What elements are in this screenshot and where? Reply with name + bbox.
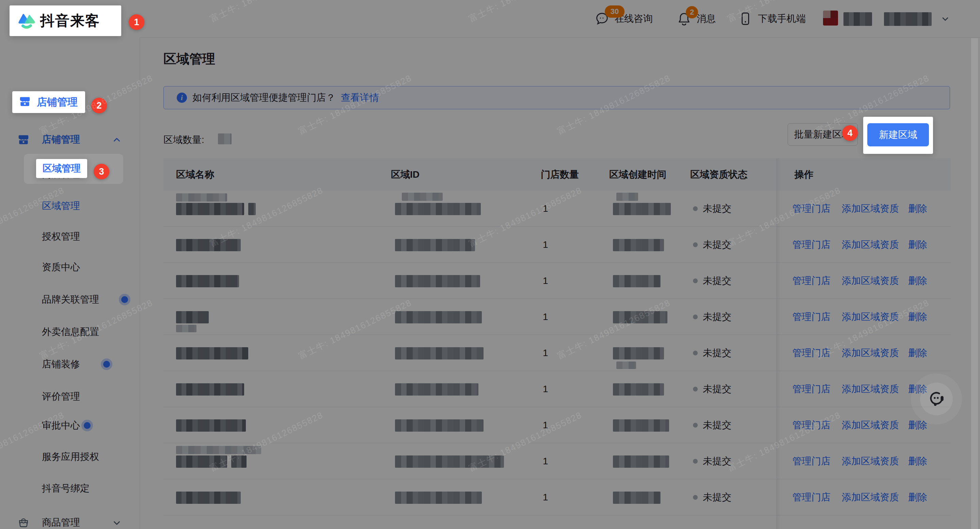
customer-service-button[interactable] [920, 383, 953, 415]
step-badge-3: 3 [94, 164, 109, 180]
create-region-button[interactable]: 新建区域 [867, 123, 929, 146]
shop-icon [18, 95, 31, 109]
step-badge-2: 2 [91, 98, 107, 113]
headset-smiley-icon [927, 389, 946, 409]
spotlight-region-management[interactable]: 区域管理 [36, 159, 87, 178]
app-logo-text: 抖音来客 [40, 11, 100, 30]
spotlight-shop-management-label: 店铺管理 [37, 95, 78, 109]
tutorial-dim-overlay [0, 0, 980, 529]
spotlight-shop-management[interactable]: 店铺管理 [12, 91, 85, 113]
spotlight-logo: 抖音来客 [10, 5, 121, 36]
spotlight-region-management-label: 区域管理 [43, 162, 81, 175]
spotlight-create-region: 新建区域 [863, 117, 933, 154]
page-scrollbar[interactable] [971, 38, 978, 529]
app-logo-icon [17, 10, 37, 31]
step-badge-4: 4 [842, 125, 858, 141]
step-badge-1: 1 [129, 14, 145, 30]
app-window: 在线咨询 30 消息 2 下载手机端 [0, 0, 980, 529]
